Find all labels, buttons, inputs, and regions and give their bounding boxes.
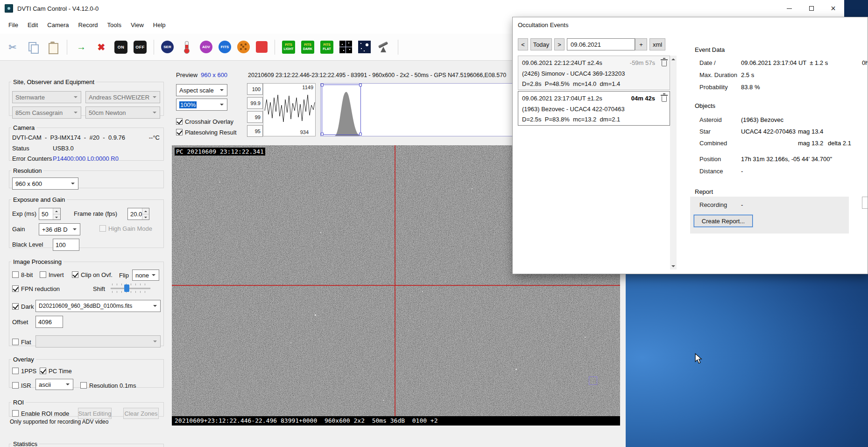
1pps-checkbox[interactable]: 1PPS [12, 367, 36, 375]
scroll-up-icon[interactable] [670, 56, 677, 63]
zoom-select[interactable]: 100% [176, 99, 227, 111]
menu-record[interactable]: Record [74, 20, 103, 31]
dark-file-select[interactable]: D20210609_960_36dBD_0100ms.fits [35, 300, 161, 312]
next-day-button[interactable]: > [554, 38, 565, 50]
selection-handle[interactable] [359, 84, 362, 86]
menu-tools[interactable]: Tools [103, 20, 126, 31]
isr-mode-select[interactable]: ascii [35, 379, 73, 390]
camera-off-icon[interactable]: OFF [134, 41, 147, 54]
connect-camera-icon[interactable]: → [74, 40, 88, 54]
prev-day-button[interactable]: < [518, 38, 528, 50]
menu-help[interactable]: Help [148, 20, 170, 31]
8bit-checkbox[interactable]: 8-bit [12, 271, 33, 278]
event-item[interactable]: 09.06.2021 22:12:24UT ±2.4s-59m 57s(2426… [518, 56, 670, 90]
selection-handle[interactable] [359, 133, 362, 135]
delete-event-icon[interactable] [662, 96, 667, 102]
clip-checkbox[interactable]: Clip on Ovf. [72, 271, 113, 278]
scale-button-100[interactable]: 100 [247, 83, 263, 95]
event-item[interactable]: 09.06.2021 23:17:04UT ±1.2s04m 42s(1963)… [518, 91, 670, 126]
selection-handle[interactable] [321, 133, 324, 135]
scroll-down-icon[interactable] [670, 263, 677, 270]
aspect-scale-select[interactable]: Aspect scale [176, 84, 227, 96]
observatory-select[interactable]: Sternwarte [12, 91, 81, 103]
record-fits-icon[interactable]: FITS [219, 41, 231, 53]
xml-button[interactable]: xml [649, 38, 665, 50]
stop-record-icon[interactable] [256, 41, 268, 53]
today-button[interactable]: Today [530, 38, 552, 50]
combined-delta: delta 2.1 [828, 140, 851, 147]
shift-slider-thumb[interactable] [124, 284, 129, 292]
osd-timestamp: PC 20210609 23:12:22.341 [175, 148, 265, 156]
toolbar-separator [154, 40, 154, 55]
scale-button-99[interactable]: 99 [247, 111, 263, 123]
menu-edit[interactable]: Edit [23, 20, 42, 31]
scale-button-99.9[interactable]: 99.9 [247, 97, 263, 109]
crosshair-overlay-checkbox[interactable]: Crosshair Overlay [176, 118, 233, 125]
delete-event-icon[interactable] [662, 61, 667, 66]
resolution-select[interactable]: 960 x 600 [12, 177, 78, 190]
recording-label: Recording [699, 201, 727, 208]
frame-timestamp: 20210609 23:12:22.446-23:12:22.495 - 839… [248, 72, 506, 78]
menu-camera[interactable]: Camera [42, 20, 73, 31]
histogram-selection[interactable] [322, 85, 361, 135]
mouse-cursor [694, 353, 703, 364]
start-editing-button[interactable]: Start Editing [78, 408, 112, 419]
menu-view[interactable]: View [126, 20, 148, 31]
isr-checkbox[interactable]: ISR [12, 382, 31, 389]
add-event-button[interactable]: + [635, 38, 647, 50]
position-label: Position [699, 156, 721, 163]
gain-select[interactable]: +36 dB D [39, 223, 80, 235]
scale-button-95[interactable]: 95 [247, 125, 263, 137]
live-stack-icon[interactable] [237, 41, 250, 53]
toolbar-separator [398, 40, 398, 55]
framerate-spinner[interactable] [142, 208, 149, 220]
black-level-input[interactable]: 100 [53, 239, 79, 251]
telescope2-select[interactable]: 50cm Newton [85, 106, 160, 119]
crosshair-vertical [395, 145, 395, 426]
events-scrollbar[interactable] [670, 56, 677, 270]
clipped-button[interactable] [862, 197, 868, 209]
camera-on-icon[interactable]: ON [114, 41, 127, 54]
thermometer-icon[interactable] [180, 40, 194, 54]
sky-map-icon[interactable] [358, 41, 371, 53]
fpn-checkbox[interactable]: FPN reduction [12, 285, 60, 292]
record-adv-icon[interactable]: ADV [200, 41, 212, 53]
flat-checkbox[interactable]: Flat [12, 338, 31, 346]
paste-icon[interactable] [46, 40, 60, 54]
selection-handle[interactable] [321, 84, 324, 86]
maximize-button[interactable] [800, 0, 822, 17]
date-input[interactable]: 09.06.2021 [567, 38, 635, 50]
framerate-input[interactable]: 20.0 [127, 208, 149, 220]
shift-slider[interactable] [111, 283, 150, 293]
high-gain-checkbox[interactable]: High Gain Mode [99, 225, 152, 232]
resolution-01ms-checkbox[interactable]: Resolution 0.1ms [80, 382, 136, 389]
invert-checkbox[interactable]: Invert [40, 271, 64, 278]
fits-flat-icon[interactable]: FITSFLAT [320, 41, 333, 54]
record-ser-icon[interactable]: SER [161, 41, 174, 53]
flat-file-select[interactable] [35, 335, 161, 348]
platesolve-icon[interactable] [339, 41, 352, 53]
copy-icon[interactable] [26, 40, 40, 54]
clear-zones-button[interactable]: Clear Zones [123, 408, 159, 419]
cut-icon[interactable]: ✂ [6, 40, 20, 54]
clipped-column-text: 0h [862, 59, 868, 66]
exposure-spinner[interactable] [53, 208, 60, 220]
platesolving-checkbox[interactable]: Platesolving Result [176, 128, 237, 136]
offset-input[interactable]: 4096 [35, 316, 63, 328]
pc-time-checkbox[interactable]: PC Time [40, 367, 72, 375]
exposure-input[interactable]: 50 [39, 208, 61, 220]
fits-light-icon[interactable]: FITSLIGHT [282, 41, 295, 54]
dark-checkbox[interactable]: Dark [12, 303, 34, 310]
minimize-button[interactable] [778, 0, 800, 17]
create-report-button[interactable]: Create Report... [694, 215, 753, 227]
telescope-icon[interactable] [377, 40, 391, 54]
screen: { "window": { "title": "DVTI Cam Control… [0, 0, 868, 447]
close-button[interactable]: × [822, 0, 844, 17]
fits-dark-icon[interactable]: FITSDARK [301, 41, 314, 54]
disconnect-camera-icon[interactable]: ✖ [94, 40, 108, 54]
flip-select[interactable]: none [132, 270, 159, 281]
observer-select[interactable]: Andreas SCHWEIZER [85, 91, 160, 103]
telescope1-select[interactable]: 85cm Cassegrain [12, 106, 81, 119]
enable-roi-checkbox[interactable]: Enable ROI mode [12, 410, 69, 417]
menu-file[interactable]: File [4, 20, 23, 31]
